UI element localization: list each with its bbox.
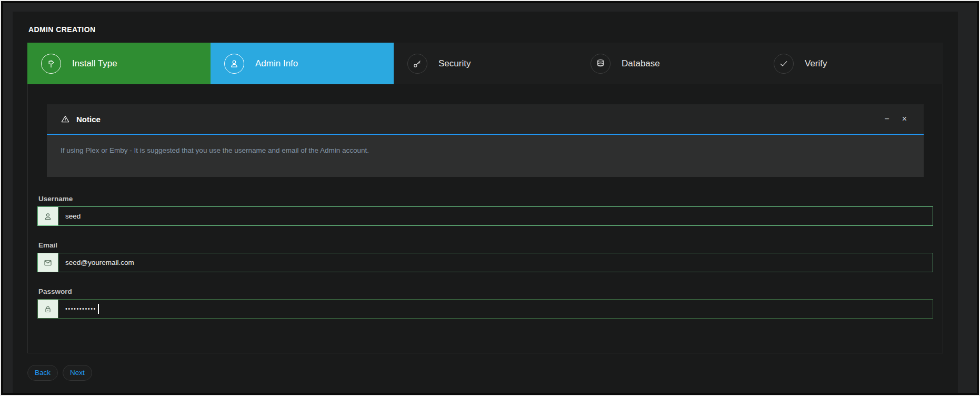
user-addon-icon: [37, 206, 58, 226]
wizard-tab-bar: Install Type Admin Info: [27, 43, 943, 84]
password-field-group: Password •••••••••••: [37, 288, 933, 319]
tab-admin-info[interactable]: Admin Info: [211, 43, 394, 84]
username-input[interactable]: [58, 206, 933, 226]
email-input[interactable]: [58, 253, 933, 272]
password-label: Password: [38, 288, 933, 295]
username-input-group: [37, 206, 933, 226]
password-input[interactable]: •••••••••••: [58, 299, 933, 319]
screenshot-frame: ADMIN CREATION Install Type: [0, 0, 980, 396]
email-field-group: Email: [37, 241, 933, 272]
lock-addon-icon: [37, 299, 58, 319]
tab-label: Security: [438, 58, 471, 69]
username-label: Username: [38, 195, 933, 203]
password-masked-value: •••••••••••: [65, 306, 96, 312]
tab-label: Install Type: [72, 58, 117, 69]
tab-label: Verify: [805, 58, 827, 69]
user-icon: [224, 54, 244, 74]
notice-card: Notice − × If using Plex or Emby - It is…: [47, 104, 924, 177]
notice-title: Notice: [76, 115, 101, 124]
admin-info-step-panel: Notice − × If using Plex or Emby - It is…: [27, 84, 943, 353]
tab-security[interactable]: Security: [394, 43, 577, 84]
tab-label: Admin Info: [255, 58, 298, 69]
password-input-group: •••••••••••: [37, 299, 933, 319]
app-background: ADMIN CREATION Install Type: [3, 3, 977, 393]
email-input-group: [37, 253, 933, 272]
text-cursor: [98, 304, 99, 314]
notice-header: Notice − ×: [47, 104, 924, 135]
check-icon: [774, 54, 794, 74]
admin-creation-panel: ADMIN CREATION Install Type: [13, 12, 958, 393]
notice-close-button[interactable]: ×: [899, 113, 910, 125]
tab-database[interactable]: Database: [577, 43, 760, 84]
database-icon: [591, 54, 611, 74]
back-button[interactable]: Back: [27, 365, 58, 381]
signpost-icon: [41, 54, 61, 74]
tab-install-type[interactable]: Install Type: [27, 43, 211, 84]
notice-body: If using Plex or Emby - It is suggested …: [47, 135, 924, 177]
warning-triangle-icon: [61, 114, 70, 124]
email-label: Email: [38, 241, 933, 249]
tab-verify[interactable]: Verify: [760, 43, 943, 84]
tab-label: Database: [622, 58, 660, 69]
notice-minimize-button[interactable]: −: [881, 113, 892, 125]
key-icon: [407, 54, 427, 74]
notice-message: If using Plex or Emby - It is suggested …: [61, 146, 910, 154]
envelope-addon-icon: [37, 253, 58, 272]
page-title: ADMIN CREATION: [28, 25, 943, 34]
wizard-footer: Back Next: [27, 365, 943, 381]
username-field-group: Username: [37, 195, 933, 226]
next-button[interactable]: Next: [63, 365, 92, 381]
